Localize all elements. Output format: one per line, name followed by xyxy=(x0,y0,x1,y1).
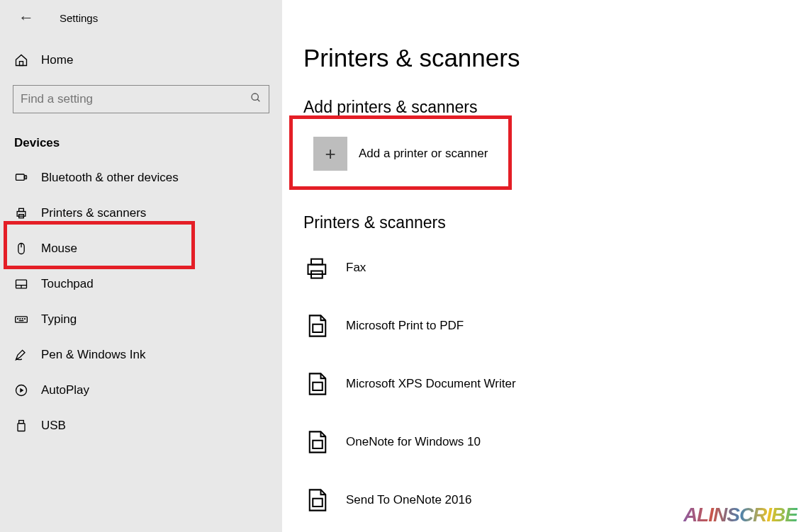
home-nav-item[interactable]: Home xyxy=(0,43,282,78)
sidebar-item-label: USB xyxy=(41,419,66,433)
svg-rect-5 xyxy=(17,212,26,217)
svg-point-16 xyxy=(22,319,23,319)
svg-rect-13 xyxy=(16,317,28,322)
back-arrow-icon[interactable]: ← xyxy=(18,10,34,26)
sidebar: ← Settings Home Devices Bluetooth & othe… xyxy=(0,0,282,532)
category-label: Devices xyxy=(0,126,282,160)
add-section-title: Add printers & scanners xyxy=(303,98,778,117)
svg-rect-3 xyxy=(16,174,25,180)
bluetooth-icon xyxy=(14,171,28,185)
sidebar-item-bluetooth[interactable]: Bluetooth & other devices xyxy=(0,160,282,196)
main-content: Printers & scanners Add printers & scann… xyxy=(282,0,806,532)
fax-icon xyxy=(303,254,332,282)
page-printer-icon xyxy=(303,486,332,514)
add-printer-button[interactable]: + Add a printer or scanner xyxy=(303,130,523,178)
sidebar-item-label: AutoPlay xyxy=(41,383,89,397)
sidebar-item-label: Bluetooth & other devices xyxy=(41,171,179,185)
header-title: Settings xyxy=(60,12,98,24)
printer-row[interactable]: Microsoft Print to PDF xyxy=(303,305,778,347)
page-printer-icon xyxy=(303,428,332,456)
search-icon xyxy=(250,92,262,106)
watermark: ALINSCRIBE xyxy=(683,504,797,526)
svg-rect-6 xyxy=(19,208,24,211)
touchpad-icon xyxy=(14,277,28,291)
sidebar-item-printers[interactable]: Printers & scanners xyxy=(0,196,282,231)
sidebar-item-label: Printers & scanners xyxy=(41,206,146,220)
keyboard-icon xyxy=(14,312,28,327)
svg-rect-24 xyxy=(311,259,323,265)
add-printer-label: Add a printer or scanner xyxy=(359,147,488,161)
svg-rect-28 xyxy=(313,441,323,448)
svg-rect-29 xyxy=(313,499,323,506)
sidebar-item-typing[interactable]: Typing xyxy=(0,302,282,337)
sidebar-item-pen[interactable]: Pen & Windows Ink xyxy=(0,337,282,373)
search-box[interactable] xyxy=(13,85,269,113)
printer-row[interactable]: OneNote for Windows 10 xyxy=(303,421,778,463)
svg-rect-26 xyxy=(313,324,323,332)
printer-label: Fax xyxy=(346,261,366,275)
sidebar-item-mouse[interactable]: Mouse xyxy=(0,231,282,266)
printer-label: Microsoft Print to PDF xyxy=(346,319,464,333)
pen-icon xyxy=(14,348,28,362)
sidebar-item-autoplay[interactable]: AutoPlay xyxy=(0,373,282,408)
list-section-title: Printers & scanners xyxy=(303,213,778,232)
home-label: Home xyxy=(41,53,73,67)
svg-point-17 xyxy=(25,319,26,319)
printer-row[interactable]: Microsoft XPS Document Writer xyxy=(303,363,778,405)
header-row: ← Settings xyxy=(0,10,282,43)
svg-rect-4 xyxy=(25,176,27,179)
autoplay-icon xyxy=(14,383,28,397)
sidebar-item-label: Touchpad xyxy=(41,277,94,291)
page-printer-icon xyxy=(303,312,332,340)
printer-row[interactable]: Fax xyxy=(303,247,778,289)
search-input[interactable] xyxy=(21,92,250,106)
svg-line-2 xyxy=(257,99,259,101)
svg-point-15 xyxy=(20,319,21,319)
printer-label: Send To OneNote 2016 xyxy=(346,493,471,507)
page-printer-icon xyxy=(303,370,332,398)
svg-point-14 xyxy=(18,319,18,319)
usb-icon xyxy=(14,419,28,433)
svg-rect-27 xyxy=(313,383,323,390)
svg-point-1 xyxy=(252,94,258,100)
home-icon xyxy=(14,53,28,67)
printer-list: Fax Microsoft Print to PDF Microsoft XPS… xyxy=(303,247,778,521)
sidebar-item-label: Mouse xyxy=(41,242,77,256)
printer-label: Microsoft XPS Document Writer xyxy=(346,377,516,391)
mouse-icon xyxy=(14,242,28,256)
svg-rect-0 xyxy=(20,62,23,66)
svg-marker-20 xyxy=(20,388,23,393)
sidebar-item-usb[interactable]: USB xyxy=(0,408,282,443)
sidebar-item-label: Pen & Windows Ink xyxy=(41,348,145,362)
page-title: Printers & scanners xyxy=(303,44,778,72)
printer-label: OneNote for Windows 10 xyxy=(346,435,481,449)
sidebar-item-label: Typing xyxy=(41,312,77,327)
sidebar-item-touchpad[interactable]: Touchpad xyxy=(0,266,282,302)
svg-rect-22 xyxy=(18,424,25,431)
plus-icon: + xyxy=(313,137,347,171)
printer-icon xyxy=(14,206,28,220)
